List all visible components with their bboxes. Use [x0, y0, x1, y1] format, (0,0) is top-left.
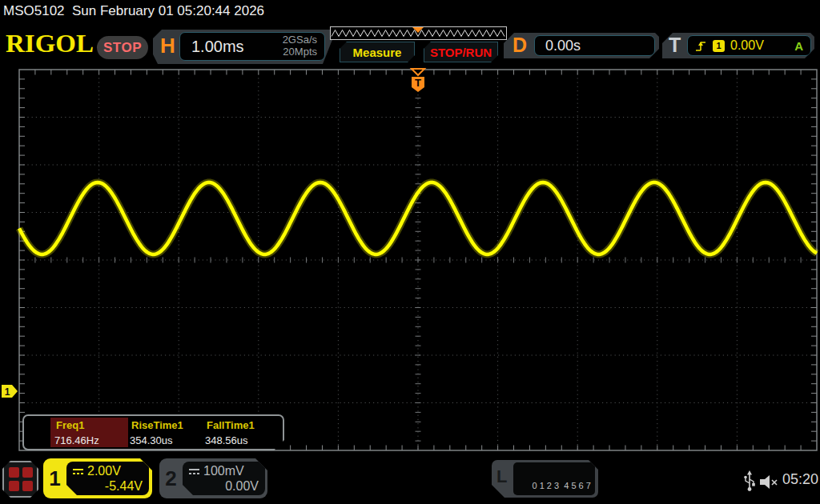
oscilloscope-screen: MSO5102 Sun February 01 05:20:44 2026 RI… — [0, 0, 820, 504]
trigger-settings-box[interactable]: 1 0.00V A — [687, 35, 811, 56]
logic-row1: 0 1 2 3 4 5 6 7 — [532, 481, 590, 490]
rising-edge-icon — [695, 40, 707, 52]
measurement-label: FallTime1 — [207, 419, 255, 431]
delay-label: D — [512, 34, 527, 57]
clock-readout: 05:20 — [782, 471, 818, 488]
channel2-number: 2 — [159, 458, 183, 498]
channel1-number: 1 — [43, 458, 66, 498]
measurement-label: Freq1 — [56, 419, 84, 431]
measure-button[interactable]: Measure — [340, 42, 415, 62]
horizontal-settings-panel[interactable]: H 1.00ms 2GSa/s 20Mpts — [153, 30, 336, 64]
trigger-mode-auto: A — [794, 39, 803, 53]
dc-coupling-icon — [72, 468, 84, 475]
dc-coupling-icon — [188, 468, 200, 475]
channel1-scale: 2.00V — [87, 464, 121, 478]
logic-channels-box[interactable]: L 0 1 2 3 4 5 6 7 8 9 1011 12131415 — [492, 460, 598, 498]
channel2-values: 100mV 0.00V — [183, 462, 265, 495]
trigger-level-value: 0.00V — [730, 38, 764, 53]
window-title: MSO5102 Sun February 01 05:20:44 2026 — [3, 3, 264, 19]
stop-run-button[interactable]: STOP/RUN — [424, 42, 498, 62]
memory-depth: 20Mpts — [283, 46, 317, 58]
measurement-label: RiseTime1 — [131, 419, 183, 431]
speaker-muted-icon[interactable] — [759, 474, 781, 490]
delay-value-box[interactable]: 0.00s — [534, 35, 655, 56]
measurement-value: 716.46Hz — [54, 434, 99, 446]
acquisition-status-badge: STOP — [97, 36, 148, 59]
measurement-value: 348.56us — [205, 434, 248, 446]
waveform-display: T 1 — [0, 67, 820, 453]
logic-channel-list: 0 1 2 3 4 5 6 7 8 9 1011 12131415 — [513, 462, 595, 495]
menu-grid-icon — [22, 481, 33, 491]
sample-rate-memdepth: 2GSa/s 20Mpts — [283, 34, 317, 58]
timebase-value: 1.00ms — [191, 38, 244, 56]
trigger-panel[interactable]: T 1 0.00V A — [662, 33, 814, 58]
trigger-marker-letter: T — [415, 77, 421, 89]
ch1-ground-marker-number: 1 — [5, 386, 10, 398]
menu-grid-icon — [9, 467, 19, 478]
rigol-logo: RIGOL — [6, 30, 94, 58]
trigger-label: T — [669, 34, 681, 57]
channel1-values: 2.00V -5.44V — [66, 462, 149, 495]
sample-rate: 2GSa/s — [283, 34, 317, 46]
overview-waveform — [331, 27, 506, 39]
menu-grid-icon — [9, 481, 19, 491]
channel2-scale: 100mV — [203, 464, 244, 478]
usb-icon — [743, 470, 756, 492]
timebase-box[interactable]: 1.00ms 2GSa/s 20Mpts — [179, 32, 325, 61]
trigger-source-badge: 1 — [713, 40, 725, 52]
waveform-overview-strip[interactable] — [330, 26, 507, 40]
measurement-panel: Freq1 716.46Hz RiseTime1 354.30us FallTi… — [22, 414, 284, 450]
menu-grid-button[interactable] — [2, 461, 38, 498]
measurement-value: 354.30us — [130, 434, 173, 446]
channel1-box[interactable]: 1 2.00V -5.44V — [43, 458, 152, 498]
delay-panel[interactable]: D 0.00s — [504, 33, 659, 58]
channel1-offset: -5.44V — [66, 479, 143, 494]
logic-label: L — [496, 466, 507, 487]
horizontal-label: H — [160, 34, 175, 58]
menu-grid-icon — [22, 467, 33, 478]
trigger-position-triangle-icon[interactable] — [412, 69, 424, 75]
channel2-offset: 0.00V — [183, 479, 259, 494]
channel2-box[interactable]: 2 100mV 0.00V — [159, 458, 267, 498]
